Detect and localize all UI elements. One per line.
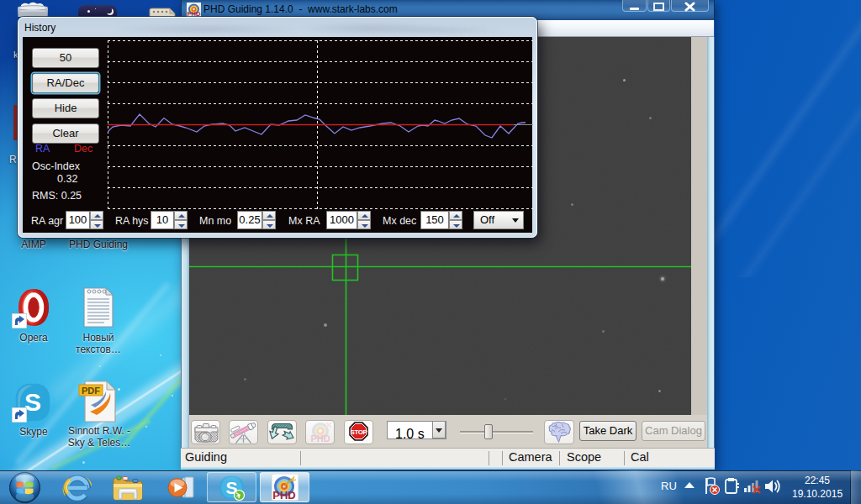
svg-text:PDF: PDF: [82, 386, 100, 396]
svg-text:PHD: PHD: [310, 433, 330, 444]
svg-text:STOP: STOP: [350, 428, 367, 436]
svg-text:PHD: PHD: [188, 10, 201, 18]
svg-text:PHD: PHD: [272, 489, 295, 501]
